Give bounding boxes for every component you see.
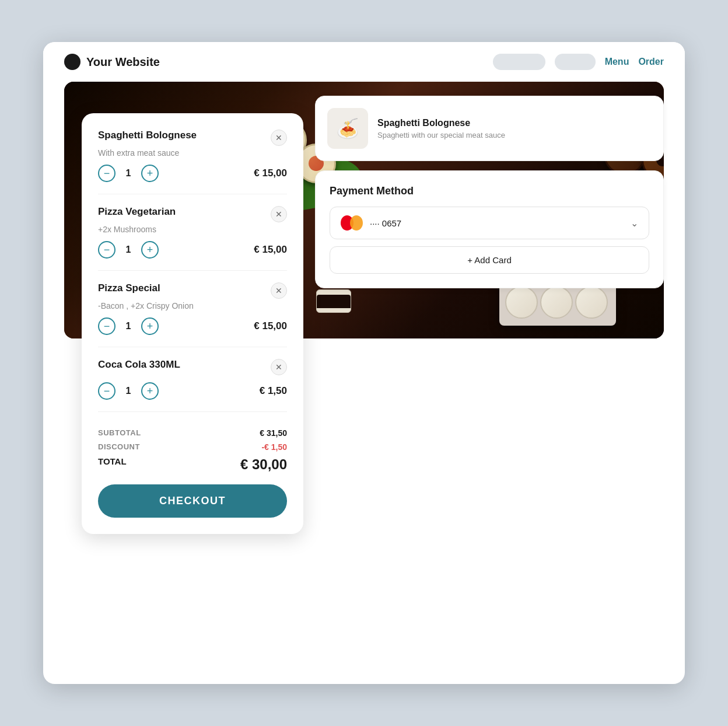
cart-item-1-header: Spaghetti Bolognese ✕ bbox=[98, 130, 287, 146]
payment-method-row[interactable]: ···· 0657 ⌄ bbox=[330, 207, 649, 239]
payment-title: Payment Method bbox=[330, 185, 649, 197]
cart-item-1-name: Spaghetti Bolognese bbox=[98, 130, 197, 141]
featured-info: Spaghetti Bolognese Spaghetti with our s… bbox=[377, 118, 505, 139]
cart-item-2-minus[interactable]: − bbox=[98, 241, 116, 259]
nav-menu-link[interactable]: Menu bbox=[605, 57, 629, 67]
cart-item-3-remove[interactable]: ✕ bbox=[271, 282, 287, 299]
card-number: ···· 0657 bbox=[370, 218, 401, 228]
payment-method-left: ···· 0657 bbox=[341, 215, 401, 231]
featured-desc: Spaghetti with our special meat sauce bbox=[377, 131, 505, 139]
discount-label: DISCOUNT bbox=[98, 442, 140, 452]
nav-pill-2 bbox=[555, 54, 596, 70]
total-value: € 30,00 bbox=[240, 456, 287, 473]
navigation: Your Website Menu Order bbox=[43, 42, 685, 82]
featured-card: 🍝 Spaghetti Bolognese Spaghetti with our… bbox=[315, 96, 664, 161]
cart-item-2-remove[interactable]: ✕ bbox=[271, 206, 287, 222]
subtotal-value: € 31,50 bbox=[260, 428, 287, 438]
main-content: Spaghetti Bolognese ✕ With extra meat sa… bbox=[43, 82, 685, 684]
cart-item-4-price: € 1,50 bbox=[260, 385, 287, 397]
cart-item-4-qty-controls: − 1 + bbox=[98, 382, 159, 400]
cart-item-1-remove[interactable]: ✕ bbox=[271, 130, 287, 146]
cart-item-2-name: Pizza Vegetarian bbox=[98, 206, 176, 218]
featured-emoji: 🍝 bbox=[336, 117, 359, 139]
logo-text: Your Website bbox=[86, 55, 160, 69]
subtotal-row: SUBTOTAL € 31,50 bbox=[98, 428, 287, 438]
add-card-button[interactable]: + Add Card bbox=[330, 246, 649, 274]
cart-item-3-price: € 15,00 bbox=[254, 320, 287, 332]
cart-item-4-name: Coca Cola 330ML bbox=[98, 359, 180, 371]
cart-item-1-desc: With extra meat sauce bbox=[98, 148, 287, 158]
cart-item-1-price: € 15,00 bbox=[254, 167, 287, 179]
cart-item-2-plus[interactable]: + bbox=[141, 241, 159, 259]
cart-item-4-qty-row: − 1 + € 1,50 bbox=[98, 382, 287, 400]
cart-item-2-desc: +2x Mushrooms bbox=[98, 225, 287, 234]
payment-card: Payment Method ···· 0657 ⌄ + Add Card bbox=[315, 170, 664, 288]
cart-container: Spaghetti Bolognese ✕ With extra meat sa… bbox=[82, 113, 303, 534]
nav-order-link[interactable]: Order bbox=[638, 57, 664, 67]
cart-item-4-qty: 1 bbox=[124, 386, 133, 396]
cart-item-3-qty-controls: − 1 + bbox=[98, 317, 159, 335]
nav-right: Menu Order bbox=[493, 54, 664, 70]
cart-item-1-plus[interactable]: + bbox=[141, 165, 159, 182]
logo: Your Website bbox=[64, 54, 484, 70]
cart-item-2-price: € 15,00 bbox=[254, 244, 287, 256]
total-row: TOTAL € 30,00 bbox=[98, 456, 287, 473]
cart-item-4-header: Coca Cola 330ML ✕ bbox=[98, 359, 287, 375]
total-label: TOTAL bbox=[98, 456, 127, 473]
cart-item-3-name: Pizza Special bbox=[98, 282, 160, 294]
cart-item-1: Spaghetti Bolognese ✕ With extra meat sa… bbox=[98, 130, 287, 194]
cart-item-3-desc: -Bacon , +2x Crispy Onion bbox=[98, 301, 287, 310]
cart-item-3-plus[interactable]: + bbox=[141, 317, 159, 335]
cart-item-2: Pizza Vegetarian ✕ +2x Mushrooms − 1 + €… bbox=[98, 206, 287, 271]
hero-section: Spaghetti Bolognese ✕ With extra meat sa… bbox=[64, 82, 664, 385]
right-panels: 🍝 Spaghetti Bolognese Spaghetti with our… bbox=[315, 96, 664, 288]
featured-image: 🍝 bbox=[327, 108, 368, 149]
discount-value: -€ 1,50 bbox=[261, 442, 287, 452]
cart-item-3-qty-row: − 1 + € 15,00 bbox=[98, 317, 287, 335]
cart-item-1-qty: 1 bbox=[124, 168, 133, 179]
mastercard-right-circle bbox=[350, 215, 363, 231]
nav-pill-1 bbox=[493, 54, 545, 70]
mastercard-icon bbox=[341, 215, 363, 231]
cart-item-4-remove[interactable]: ✕ bbox=[271, 359, 287, 375]
cart-item-3: Pizza Special ✕ -Bacon , +2x Crispy Onio… bbox=[98, 282, 287, 347]
cart-item-4-minus[interactable]: − bbox=[98, 382, 116, 400]
subtotal-label: SUBTOTAL bbox=[98, 428, 141, 438]
featured-name: Spaghetti Bolognese bbox=[377, 118, 505, 128]
cart-item-1-minus[interactable]: − bbox=[98, 165, 116, 182]
cart-item-1-qty-controls: − 1 + bbox=[98, 165, 159, 182]
checkout-button[interactable]: CHECKOUT bbox=[98, 484, 287, 518]
discount-row: DISCOUNT -€ 1,50 bbox=[98, 442, 287, 452]
cart-item-2-qty-controls: − 1 + bbox=[98, 241, 159, 259]
cart-item-4: Coca Cola 330ML ✕ − 1 + € 1,50 bbox=[98, 359, 287, 412]
cart-item-3-minus[interactable]: − bbox=[98, 317, 116, 335]
cart-item-3-qty: 1 bbox=[124, 321, 133, 331]
cart-item-4-plus[interactable]: + bbox=[141, 382, 159, 400]
totals-section: SUBTOTAL € 31,50 DISCOUNT -€ 1,50 TOTAL … bbox=[98, 424, 287, 473]
cart-item-1-qty-row: − 1 + € 15,00 bbox=[98, 165, 287, 182]
chevron-down-icon: ⌄ bbox=[631, 218, 638, 229]
cart-item-2-header: Pizza Vegetarian ✕ bbox=[98, 206, 287, 222]
cart-item-3-header: Pizza Special ✕ bbox=[98, 282, 287, 299]
logo-dot bbox=[64, 54, 80, 70]
cart-item-2-qty: 1 bbox=[124, 245, 133, 255]
cart-item-2-qty-row: − 1 + € 15,00 bbox=[98, 241, 287, 259]
